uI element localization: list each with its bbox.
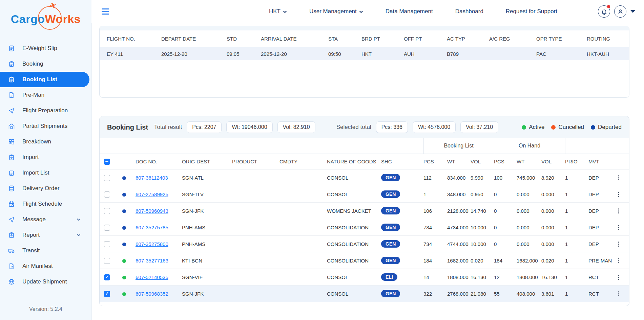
column-header: PCS [494, 154, 517, 169]
row-menu-icon[interactable]: ⋮ [616, 291, 621, 297]
orig-dest-cell: KTI-BCN [182, 252, 232, 269]
table-row[interactable]: 607-52140535 SGN-VIE CONSOL ELI 14 1808.… [100, 269, 629, 285]
sidebar-item-update-shipment[interactable]: Update Shipment [0, 274, 89, 290]
orig-dest-cell: SGN-JFK [182, 285, 232, 302]
row-menu-icon[interactable]: ⋮ [616, 208, 621, 214]
cancelled-dot-icon [551, 125, 556, 130]
sidebar-item-import-list[interactable]: Import List [0, 165, 89, 181]
row-checkbox[interactable] [104, 191, 110, 198]
mvt-cell: DEP [588, 203, 616, 219]
total-vol-chip: Vol: 82.910 [277, 121, 315, 133]
logo-orbit-icon [38, 6, 62, 30]
status-dot [122, 193, 126, 197]
table-row[interactable]: 607-27589925 SGN-TLV CONSOL GEN 1 348.00… [100, 186, 629, 203]
shc-badge: ELI [381, 273, 397, 281]
table-row[interactable]: 607-50968352 SGN-JFK CONSOL GEN 322 2768… [100, 285, 629, 302]
sidebar-item-booking[interactable]: Booking [0, 56, 89, 72]
doc-no-link[interactable]: 607-27589925 [136, 191, 168, 197]
orig-dest-cell: PNH-AMS [182, 236, 232, 252]
table-row[interactable]: 607-50960943 SGN-JFK WOMENS JACKET GEN 1… [100, 203, 629, 219]
sidebar-item-import[interactable]: Import [0, 150, 89, 165]
chevron-down-icon[interactable] [77, 218, 81, 222]
report-icon [8, 232, 15, 238]
chevron-down-icon[interactable] [77, 233, 81, 237]
row-checkbox[interactable] [104, 274, 110, 280]
column-header: CMDTY [279, 154, 327, 169]
row-checkbox[interactable] [104, 258, 110, 264]
sidebar-item-air-manifest[interactable]: Air Manifest [0, 258, 89, 274]
nav-item-hkt[interactable]: HKT [269, 8, 287, 15]
row-menu-icon[interactable]: ⋮ [616, 191, 621, 198]
select-all-checkbox[interactable] [104, 159, 110, 165]
section-title: Booking List [107, 123, 148, 131]
sidebar-item-flight-preparation[interactable]: Flight Preparation [0, 103, 89, 118]
row-checkbox[interactable] [104, 291, 110, 297]
oh-wt-cell: 1682.000 [517, 252, 541, 269]
oh-vol-cell: 0.000 [541, 203, 565, 219]
row-menu-icon[interactable]: ⋮ [616, 175, 621, 181]
total-pcs-chip: Pcs: 2207 [187, 121, 222, 133]
orig-dest-cell: SGN-JFK [182, 203, 232, 219]
sidebar-item-report[interactable]: Report [0, 227, 89, 243]
row-menu-icon[interactable]: ⋮ [616, 241, 621, 247]
row-checkbox[interactable] [104, 241, 110, 247]
row-checkbox[interactable] [104, 208, 110, 214]
doc-no-link[interactable]: 607-35275785 [136, 225, 168, 230]
product-cell [232, 252, 279, 269]
column-header: FLIGHT NO. [100, 30, 161, 47]
sidebar-item-message[interactable]: Message [0, 212, 89, 227]
doc-no-link[interactable]: 607-35275800 [136, 241, 168, 247]
active-dot-icon [522, 125, 526, 130]
nav-item-data-management[interactable]: Data Management [386, 8, 433, 15]
table-row[interactable]: 607-35275785 PNH-AMS CONSOLIDATION GEN 7… [100, 219, 629, 236]
row-checkbox[interactable] [104, 225, 110, 231]
hamburger-icon[interactable] [102, 8, 109, 15]
orig-dest-cell: SGN-VIE [182, 269, 232, 285]
breakdown-icon [8, 138, 15, 145]
sidebar-item-partial-shipments[interactable]: Partial Shipments [0, 118, 89, 134]
booking-list-header: Booking List Total result Pcs: 2207 Wt: … [100, 116, 629, 138]
doc-no-link[interactable]: 607-35277163 [136, 258, 168, 264]
doc-no-link[interactable]: 607-36112403 [136, 175, 168, 181]
nature-of-goods-cell: CONSOLIDATION [327, 252, 381, 269]
product-cell [232, 186, 279, 203]
doc-no-link[interactable]: 607-50960943 [136, 208, 168, 214]
nav-item-dashboard[interactable]: Dashboard [455, 8, 483, 15]
table-row[interactable]: 607-36112403 SGN-ATL CONSOL GEN 112 834.… [100, 169, 629, 186]
prio-cell: 1 [565, 252, 588, 269]
sidebar-item-label: Breakdown [22, 138, 51, 145]
nav-item-request-for-support[interactable]: Request for Support [506, 8, 557, 15]
sidebar-item-breakdown[interactable]: Breakdown [0, 134, 89, 150]
nav-item-user-management[interactable]: User Management [309, 8, 363, 15]
oh-vol-cell: 0.000 [541, 236, 565, 252]
doc-no-link[interactable]: 607-50968352 [136, 291, 168, 297]
row-checkbox[interactable] [104, 175, 110, 181]
nature-of-goods-cell: CONSOL [327, 269, 381, 285]
sidebar-item-booking-list[interactable]: Booking List [0, 72, 89, 87]
row-menu-icon[interactable]: ⋮ [616, 257, 621, 264]
sidebar-item-label: Import [22, 154, 39, 161]
table-row[interactable]: 607-35277163 KTI-BCN CONSOLIDATION GEN 1… [100, 252, 629, 269]
notifications-button[interactable] [598, 5, 610, 18]
flight-row[interactable]: EY 411 2025-12-20 09:05 2025-12-20 09:50… [100, 47, 629, 61]
sidebar-item-label: Flight Preparation [22, 107, 68, 114]
nature-of-goods-cell: CONSOL [327, 285, 381, 302]
column-header: PRIO [565, 154, 588, 169]
sidebar-item-e-weight-slip[interactable]: E-Weight Slip [0, 41, 89, 56]
mvt-cell: DEP [588, 236, 616, 252]
mvt-cell: DEP [588, 186, 616, 203]
sidebar-item-pre-man[interactable]: Pre-Man [0, 87, 89, 103]
caret-down-icon[interactable] [630, 10, 635, 13]
row-menu-icon[interactable]: ⋮ [616, 224, 621, 231]
account-button[interactable] [614, 5, 626, 18]
nature-of-goods-cell: CONSOL [327, 169, 381, 186]
legend-cancelled: Cancelled [551, 124, 584, 131]
sidebar-item-flight-schedule[interactable]: Flight Schedule [0, 196, 89, 212]
sidebar-item-transit[interactable]: Transit [0, 243, 89, 258]
table-row[interactable]: 607-35275800 PNH-AMS CONSOLIDATION GEN 7… [100, 236, 629, 252]
row-menu-icon[interactable]: ⋮ [616, 274, 621, 280]
doc-no-link[interactable]: 607-52140535 [136, 274, 168, 280]
shc-badge: GEN [381, 224, 400, 231]
sidebar-item-delivery-order[interactable]: Delivery Order [0, 181, 89, 196]
prio-cell: 1 [565, 186, 588, 203]
